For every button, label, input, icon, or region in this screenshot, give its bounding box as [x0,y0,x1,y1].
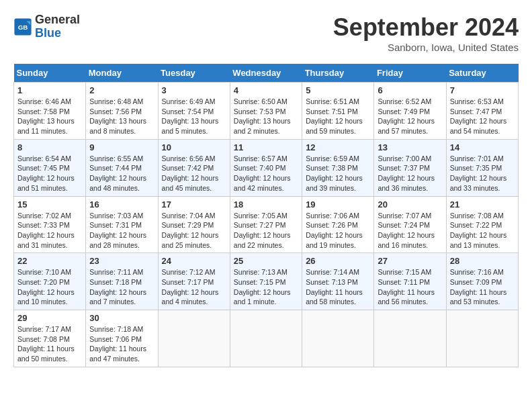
calendar-cell: 25Sunrise: 7:13 AM Sunset: 7:15 PM Dayli… [230,253,302,310]
calendar-cell [158,310,230,367]
calendar-week-5: 29Sunrise: 7:17 AM Sunset: 7:08 PM Dayli… [14,310,519,367]
day-info: Sunrise: 7:07 AM Sunset: 7:24 PM Dayligh… [378,211,442,250]
calendar-cell: 19Sunrise: 7:06 AM Sunset: 7:26 PM Dayli… [302,196,374,253]
day-number: 12 [306,142,370,152]
day-info: Sunrise: 6:54 AM Sunset: 7:45 PM Dayligh… [17,154,82,193]
day-number: 11 [234,142,298,152]
calendar-cell: 13Sunrise: 7:00 AM Sunset: 7:37 PM Dayli… [374,139,446,196]
header-row: SundayMondayTuesdayWednesdayThursdayFrid… [14,64,519,83]
day-info: Sunrise: 7:13 AM Sunset: 7:15 PM Dayligh… [234,267,298,307]
day-info: Sunrise: 7:03 AM Sunset: 7:31 PM Dayligh… [89,211,154,250]
day-info: Sunrise: 6:48 AM Sunset: 7:56 PM Dayligh… [89,97,154,136]
day-number: 22 [17,256,82,266]
day-number: 17 [162,199,226,210]
logo: GB General Blue [13,13,80,40]
day-info: Sunrise: 6:55 AM Sunset: 7:44 PM Dayligh… [89,154,154,193]
day-info: Sunrise: 6:46 AM Sunset: 7:58 PM Dayligh… [17,97,82,136]
calendar-cell: 1Sunrise: 6:46 AM Sunset: 7:58 PM Daylig… [14,83,86,140]
day-number: 19 [306,199,370,210]
day-info: Sunrise: 6:53 AM Sunset: 7:47 PM Dayligh… [450,97,515,136]
calendar-cell: 2Sunrise: 6:48 AM Sunset: 7:56 PM Daylig… [86,83,158,140]
calendar-cell: 8Sunrise: 6:54 AM Sunset: 7:45 PM Daylig… [14,139,86,196]
calendar-cell: 22Sunrise: 7:10 AM Sunset: 7:20 PM Dayli… [14,253,86,310]
calendar-cell: 16Sunrise: 7:03 AM Sunset: 7:31 PM Dayli… [86,196,158,253]
calendar-week-2: 8Sunrise: 6:54 AM Sunset: 7:45 PM Daylig… [14,139,519,196]
day-info: Sunrise: 6:57 AM Sunset: 7:40 PM Dayligh… [234,154,298,193]
svg-text:GB: GB [18,24,28,31]
calendar-table: SundayMondayTuesdayWednesdayThursdayFrid… [13,64,519,367]
calendar-cell [302,310,374,367]
logo-icon: GB [13,17,32,36]
calendar-cell: 28Sunrise: 7:16 AM Sunset: 7:09 PM Dayli… [446,253,518,310]
day-info: Sunrise: 6:49 AM Sunset: 7:54 PM Dayligh… [162,97,226,136]
title-block: September 2024 Sanborn, Iowa, United Sta… [333,13,519,53]
day-info: Sunrise: 7:06 AM Sunset: 7:26 PM Dayligh… [306,211,370,250]
day-info: Sunrise: 7:08 AM Sunset: 7:22 PM Dayligh… [450,211,515,250]
day-number: 14 [450,142,515,152]
calendar-cell: 23Sunrise: 7:11 AM Sunset: 7:18 PM Dayli… [86,253,158,310]
calendar-cell: 24Sunrise: 7:12 AM Sunset: 7:17 PM Dayli… [158,253,230,310]
calendar-week-4: 22Sunrise: 7:10 AM Sunset: 7:20 PM Dayli… [14,253,519,310]
day-number: 3 [162,85,226,95]
day-number: 9 [89,142,154,152]
day-info: Sunrise: 7:16 AM Sunset: 7:09 PM Dayligh… [450,267,515,307]
calendar-cell: 29Sunrise: 7:17 AM Sunset: 7:08 PM Dayli… [14,310,86,367]
day-info: Sunrise: 7:04 AM Sunset: 7:29 PM Dayligh… [162,211,226,250]
location: Sanborn, Iowa, United States [333,42,519,53]
day-number: 7 [450,85,515,95]
logo-text: General Blue [35,13,80,40]
day-info: Sunrise: 7:11 AM Sunset: 7:18 PM Dayligh… [89,267,154,307]
calendar-cell: 18Sunrise: 7:05 AM Sunset: 7:27 PM Dayli… [230,196,302,253]
calendar-cell: 5Sunrise: 6:51 AM Sunset: 7:51 PM Daylig… [302,83,374,140]
day-number: 1 [17,85,82,95]
day-info: Sunrise: 7:12 AM Sunset: 7:17 PM Dayligh… [162,267,226,307]
calendar-cell: 12Sunrise: 6:59 AM Sunset: 7:38 PM Dayli… [302,139,374,196]
calendar-cell: 27Sunrise: 7:15 AM Sunset: 7:11 PM Dayli… [374,253,446,310]
day-number: 27 [378,256,442,266]
day-info: Sunrise: 6:56 AM Sunset: 7:42 PM Dayligh… [162,154,226,193]
day-number: 16 [89,199,154,210]
col-header-tuesday: Tuesday [158,64,230,83]
col-header-monday: Monday [86,64,158,83]
day-number: 4 [234,85,298,95]
day-info: Sunrise: 6:50 AM Sunset: 7:53 PM Dayligh… [234,97,298,136]
day-number: 5 [306,85,370,95]
calendar-cell: 26Sunrise: 7:14 AM Sunset: 7:13 PM Dayli… [302,253,374,310]
day-number: 29 [17,313,82,323]
day-number: 10 [162,142,226,152]
calendar-cell: 11Sunrise: 6:57 AM Sunset: 7:40 PM Dayli… [230,139,302,196]
col-header-thursday: Thursday [302,64,374,83]
calendar-cell: 30Sunrise: 7:18 AM Sunset: 7:06 PM Dayli… [86,310,158,367]
day-number: 24 [162,256,226,266]
col-header-sunday: Sunday [14,64,86,83]
day-info: Sunrise: 7:05 AM Sunset: 7:27 PM Dayligh… [234,211,298,250]
day-number: 21 [450,199,515,210]
calendar-cell: 10Sunrise: 6:56 AM Sunset: 7:42 PM Dayli… [158,139,230,196]
day-number: 25 [234,256,298,266]
day-number: 23 [89,256,154,266]
day-number: 8 [17,142,82,152]
day-number: 15 [17,199,82,210]
day-number: 26 [306,256,370,266]
calendar-cell: 4Sunrise: 6:50 AM Sunset: 7:53 PM Daylig… [230,83,302,140]
calendar-week-1: 1Sunrise: 6:46 AM Sunset: 7:58 PM Daylig… [14,83,519,140]
day-info: Sunrise: 7:15 AM Sunset: 7:11 PM Dayligh… [378,267,442,307]
day-number: 18 [234,199,298,210]
day-info: Sunrise: 7:02 AM Sunset: 7:33 PM Dayligh… [17,211,82,250]
day-info: Sunrise: 6:52 AM Sunset: 7:49 PM Dayligh… [378,97,442,136]
calendar-cell: 15Sunrise: 7:02 AM Sunset: 7:33 PM Dayli… [14,196,86,253]
day-number: 30 [89,313,154,323]
day-number: 13 [378,142,442,152]
calendar-cell: 20Sunrise: 7:07 AM Sunset: 7:24 PM Dayli… [374,196,446,253]
calendar-cell: 17Sunrise: 7:04 AM Sunset: 7:29 PM Dayli… [158,196,230,253]
day-info: Sunrise: 6:51 AM Sunset: 7:51 PM Dayligh… [306,97,370,136]
calendar-cell [446,310,518,367]
day-number: 28 [450,256,515,266]
month-title: September 2024 [333,13,519,42]
calendar-cell [230,310,302,367]
day-info: Sunrise: 7:00 AM Sunset: 7:37 PM Dayligh… [378,154,442,193]
calendar-cell: 9Sunrise: 6:55 AM Sunset: 7:44 PM Daylig… [86,139,158,196]
day-number: 6 [378,85,442,95]
day-number: 20 [378,199,442,210]
col-header-saturday: Saturday [446,64,518,83]
